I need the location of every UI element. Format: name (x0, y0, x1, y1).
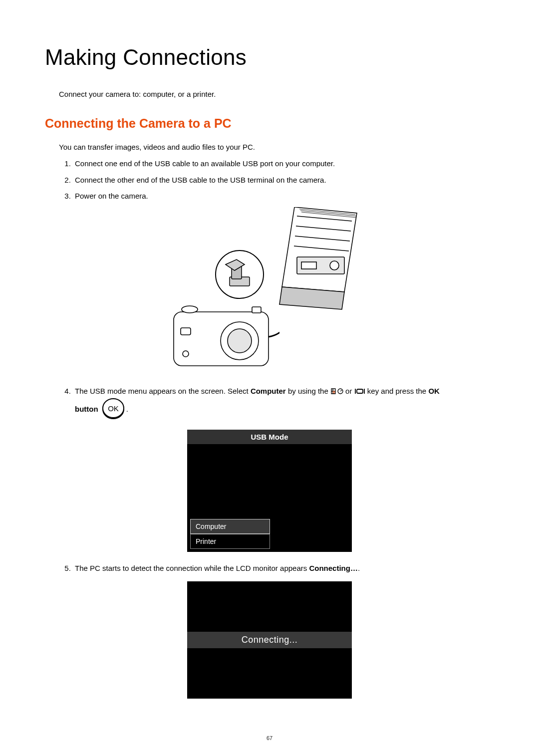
connecting-label: Connecting... (187, 632, 352, 648)
usb-mode-screenshot: USB Mode Computer Printer (187, 430, 352, 552)
usb-mode-blank-area (187, 444, 352, 519)
step-4-text-mid3: key and press the (365, 387, 429, 395)
lead-text: You can transfer images, videos and audi… (59, 143, 494, 151)
intro-text: Connect your camera to: computer, or a p… (59, 90, 494, 98)
step-5: The PC starts to detect the connection w… (73, 563, 494, 574)
step-4-button-word: button (75, 405, 98, 413)
step-1: Connect one end of the USB cable to an a… (73, 158, 494, 170)
usb-mode-options: Computer Printer (187, 519, 352, 552)
step-4-computer-bold: Computer (251, 387, 286, 395)
usb-option-printer: Printer (190, 534, 270, 549)
step-2: Connect the other end of the USB cable t… (73, 175, 494, 186)
step-4-text-mid1: by using the (286, 387, 330, 395)
section-heading: Connecting the Camera to a PC (45, 116, 494, 131)
svg-rect-21 (252, 307, 261, 313)
macro-timer-icon: ✿ (330, 387, 343, 398)
svg-point-7 (330, 261, 339, 270)
step-5-text-pre: The PC starts to detect the connection w… (75, 564, 309, 572)
camera-to-pc-diagram (170, 207, 369, 377)
steps-list: Connect one end of the USB cable to an a… (73, 158, 494, 202)
connecting-screenshot: Connecting... (187, 581, 352, 699)
svg-marker-0 (282, 207, 357, 292)
display-icon (354, 387, 365, 398)
svg-rect-8 (301, 262, 316, 269)
ok-button-icon: OK (101, 397, 125, 421)
page-title: Making Connections (45, 45, 494, 70)
usb-mode-title: USB Mode (187, 430, 352, 444)
usb-option-computer: Computer (190, 519, 270, 534)
svg-point-18 (182, 306, 198, 313)
camera-illustration (170, 302, 279, 377)
pc-tower-illustration (270, 207, 359, 312)
step-5-text-end: . (358, 564, 360, 572)
step-3: Power on the camera. (73, 191, 494, 202)
step-5-connecting-bold: Connecting… (309, 564, 358, 572)
svg-rect-26 (357, 389, 363, 393)
steps-list-cont2: The PC starts to detect the connection w… (73, 563, 494, 574)
step-4-text-end: . (126, 405, 128, 413)
steps-list-cont: The USB mode menu appears on the screen.… (73, 386, 494, 422)
svg-rect-19 (181, 328, 191, 335)
svg-point-17 (228, 329, 252, 353)
step-4-ok-bold: OK (428, 387, 440, 395)
usb-port-zoom-illustration (215, 250, 265, 299)
step-4-text-mid2: or (343, 387, 354, 395)
page-number: 67 (0, 735, 539, 741)
svg-line-23 (340, 390, 342, 391)
ok-button-label: OK (108, 404, 119, 413)
svg-text:✿: ✿ (332, 390, 335, 394)
svg-point-20 (183, 351, 189, 357)
step-4-text-pre: The USB mode menu appears on the screen.… (75, 387, 251, 395)
step-4: The USB mode menu appears on the screen.… (73, 386, 494, 422)
